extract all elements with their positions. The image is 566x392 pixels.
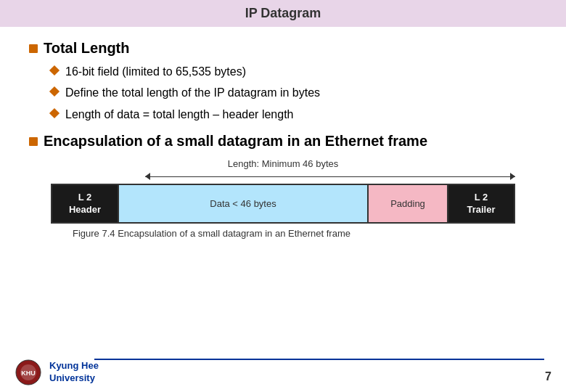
footer: KHU Kyung Hee University 7 bbox=[0, 354, 566, 392]
length-arrow-line bbox=[145, 176, 515, 177]
length-label: Length: Minimum 46 bytes bbox=[51, 158, 515, 169]
university-name: Kyung Hee University bbox=[49, 360, 99, 385]
section2-bullet-icon bbox=[29, 137, 38, 146]
ethernet-diagram: Length: Minimum 46 bytes L 2 Header Data… bbox=[51, 158, 515, 239]
frame-l2-header: L 2 Header bbox=[52, 185, 118, 222]
diamond-bullet-icon-2 bbox=[49, 86, 60, 97]
slide: IP Datagram Total Length 16-bit field (l… bbox=[0, 0, 566, 392]
bullet-text-1: 16-bit field (limited to 65,535 bytes) bbox=[65, 64, 246, 80]
bullet-item-2: Define the total length of the IP datagr… bbox=[29, 85, 537, 101]
section2-heading: Encapsulation of a small datagram in an … bbox=[29, 133, 537, 150]
title-bar: IP Datagram bbox=[0, 0, 566, 27]
diamond-bullet-icon-3 bbox=[49, 108, 60, 118]
frame-data: Data < 46 bytes bbox=[118, 185, 369, 222]
slide-content: Total Length 16-bit field (limited to 65… bbox=[0, 40, 566, 239]
bullet-item-3: Length of data = total length – header l… bbox=[29, 107, 537, 123]
figure-caption: Figure 7.4 Encapsulation of a small data… bbox=[73, 228, 515, 239]
frame-padding: Padding bbox=[369, 185, 448, 222]
university-logo: KHU bbox=[15, 359, 42, 386]
slide-title: IP Datagram bbox=[245, 6, 321, 20]
section2-heading-text: Encapsulation of a small datagram in an … bbox=[44, 133, 427, 150]
bullet-text-3: Length of data = total length – header l… bbox=[65, 107, 293, 123]
svg-text:KHU: KHU bbox=[21, 369, 36, 377]
length-arrow bbox=[51, 171, 515, 182]
frame-l2-trailer: L 2 Trailer bbox=[448, 185, 514, 222]
page-number: 7 bbox=[545, 370, 551, 386]
bullet-item-1: 16-bit field (limited to 65,535 bytes) bbox=[29, 64, 537, 80]
section1-heading-text: Total Length bbox=[44, 40, 130, 57]
section1-heading: Total Length bbox=[29, 40, 537, 57]
ethernet-frame: L 2 Header Data < 46 bytes Padding L 2 T… bbox=[51, 184, 515, 224]
bullet-text-2: Define the total length of the IP datagr… bbox=[65, 85, 320, 101]
section1-bullet-icon bbox=[29, 44, 38, 53]
footer-logo-area: KHU Kyung Hee University bbox=[15, 359, 99, 386]
diamond-bullet-icon-1 bbox=[49, 65, 60, 75]
